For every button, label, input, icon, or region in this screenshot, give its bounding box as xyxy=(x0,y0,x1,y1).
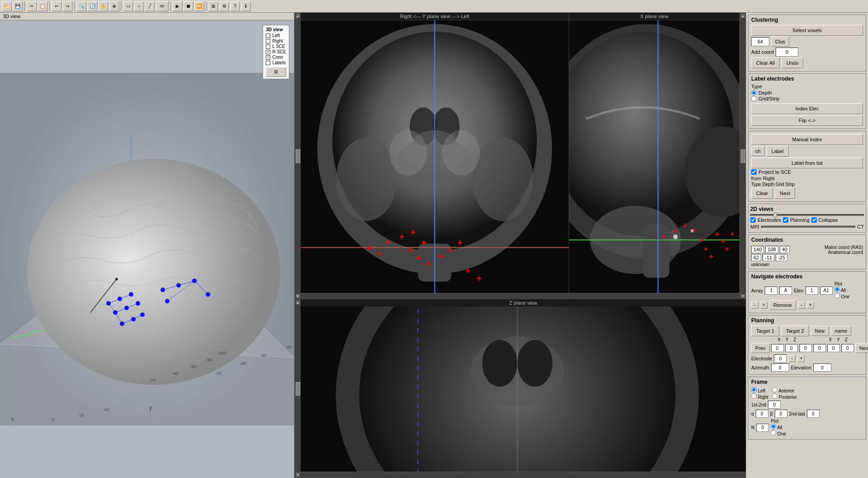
redo-button[interactable]: ↪ xyxy=(62,1,72,11)
cut-button[interactable]: ✂ xyxy=(27,1,37,11)
y-plane-scroll-left[interactable]: ▲ ▼ xyxy=(294,13,301,299)
legend-labels-checkbox[interactable] xyxy=(266,61,270,65)
grid-button[interactable]: ⊞ xyxy=(208,1,218,11)
project-sce-checkbox[interactable] xyxy=(751,169,757,175)
save-button[interactable]: 💾 xyxy=(13,1,23,11)
scroll-up-arrow[interactable]: ▲ xyxy=(296,14,300,18)
t1-z-input[interactable] xyxy=(799,344,812,352)
mri-slider[interactable] xyxy=(761,226,855,228)
stop-button[interactable]: ⏹ xyxy=(183,1,193,11)
circle-button[interactable]: ○ xyxy=(134,1,144,11)
electrode-val-input[interactable] xyxy=(774,354,786,363)
legend-lsce-checkbox[interactable] xyxy=(266,44,270,49)
cursor-button[interactable]: ⊕ xyxy=(109,1,119,11)
legend-r-button[interactable]: R xyxy=(266,67,286,77)
undo-button[interactable]: ↩ xyxy=(52,1,62,11)
elec-name-input[interactable] xyxy=(820,287,833,295)
left-radio[interactable] xyxy=(751,387,757,392)
line-button[interactable]: ╱ xyxy=(145,1,155,11)
target2-button[interactable]: Target 2 xyxy=(781,325,809,336)
scroll-thumb[interactable] xyxy=(296,149,300,163)
nav-minus-button[interactable]: - xyxy=(751,301,758,309)
depth-radio[interactable] xyxy=(751,90,757,96)
beta-input[interactable] xyxy=(775,410,787,418)
legend-right-checkbox[interactable] xyxy=(266,39,270,43)
nav-plus2-button[interactable]: + xyxy=(807,301,814,309)
legend-conn-checkbox[interactable] xyxy=(266,55,270,60)
settings-button[interactable]: ⚙ xyxy=(219,1,229,11)
posterior-radio[interactable] xyxy=(772,393,777,399)
play-button[interactable]: ▶ xyxy=(173,1,182,11)
box-button[interactable]: ▭ xyxy=(123,1,133,11)
scroll-down-arrow[interactable]: ▼ xyxy=(296,294,300,298)
slider-thumb[interactable] xyxy=(773,213,777,217)
x-plane-scroll-bottom[interactable] xyxy=(569,293,739,299)
name-button[interactable]: name xyxy=(831,326,852,336)
t2-y-input[interactable] xyxy=(827,344,840,352)
x-plane-image[interactable]: + + + + + + + + + + + xyxy=(569,20,739,293)
flip-button[interactable]: Flip <-> xyxy=(751,115,863,126)
undo-button[interactable]: Undo xyxy=(782,57,803,68)
frame-all-radio[interactable] xyxy=(771,424,776,429)
clear-all-button[interactable]: Clear All xyxy=(751,57,780,68)
z-plane-scroll-bottom[interactable] xyxy=(301,472,746,478)
t1-y-input[interactable] xyxy=(785,344,798,352)
azimuth-input[interactable] xyxy=(771,363,789,372)
next-button[interactable]: Next xyxy=(775,188,795,199)
right-radio[interactable] xyxy=(751,393,757,399)
add-coord-input[interactable] xyxy=(776,48,798,57)
3d-btn[interactable]: 3D xyxy=(156,1,168,11)
zoom-button[interactable]: 🔍 xyxy=(77,1,86,11)
y-plane-scroll-bottom[interactable] xyxy=(301,293,569,299)
manual-index-button[interactable]: Manual Index xyxy=(751,134,863,145)
info-button[interactable]: ℹ xyxy=(241,1,251,11)
z-plane-image[interactable]: + + + + + + + + + xyxy=(301,306,746,472)
target1-button[interactable]: Target 1 xyxy=(751,325,779,336)
array-number-input[interactable] xyxy=(765,287,777,295)
frame-one-radio[interactable] xyxy=(771,430,776,435)
one-radio[interactable] xyxy=(834,293,840,298)
elevation-input[interactable] xyxy=(813,363,831,372)
new-button[interactable]: New xyxy=(811,326,829,336)
grid-strip-radio[interactable] xyxy=(751,96,757,101)
nav-plus-button[interactable]: + xyxy=(760,301,767,309)
clear-button[interactable]: Clear xyxy=(751,188,773,199)
forward-button[interactable]: ⏩ xyxy=(194,1,204,11)
nav-minus2-button[interactable]: - xyxy=(798,301,805,309)
label-from-list-button[interactable]: Label from list xyxy=(751,158,863,168)
collapse-checkbox[interactable] xyxy=(811,217,817,223)
y-plane-image[interactable]: + + + + + + + + + + + + + xyxy=(301,20,569,293)
first-second-input[interactable] xyxy=(768,401,781,409)
2d-slider[interactable] xyxy=(750,214,864,216)
scroll-thumb[interactable] xyxy=(741,149,745,163)
t2-z-input[interactable] xyxy=(841,344,854,352)
elec-minus-btn[interactable]: - xyxy=(788,355,796,362)
copy-button[interactable]: 📋 xyxy=(38,1,48,11)
second-last-input[interactable] xyxy=(807,410,820,418)
scroll-up[interactable]: ▲ xyxy=(741,14,745,18)
array-letter-input[interactable] xyxy=(779,287,792,295)
prev-button[interactable]: Prev xyxy=(751,343,770,353)
all-radio[interactable] xyxy=(834,287,840,292)
pan-button[interactable]: ✋ xyxy=(98,1,108,11)
z-plane-scroll-left[interactable]: ▲ ▼ xyxy=(294,299,301,478)
3d-view-canvas[interactable]: x 0 20 40 y -20 -40 -60 60 -20 -40 -60 -… xyxy=(0,20,294,478)
select-voxels-button[interactable]: Select voxels xyxy=(751,25,863,36)
cluster-value-input[interactable] xyxy=(751,37,769,46)
legend-rsce-checkbox[interactable] xyxy=(266,50,270,54)
planning-checkbox[interactable] xyxy=(783,217,788,223)
electrodes-checkbox[interactable] xyxy=(750,217,756,223)
t1-x-input[interactable] xyxy=(771,344,784,352)
index-elec-button[interactable]: Index Elec xyxy=(751,103,863,114)
elec-plus-btn[interactable]: + xyxy=(797,355,805,362)
x-plane-scroll-right[interactable]: ▲ ▼ xyxy=(739,13,746,299)
open-button[interactable]: 📂 xyxy=(2,1,12,11)
next-plan-button[interactable]: Next xyxy=(855,343,868,353)
elec-number-input[interactable] xyxy=(806,287,818,295)
legend-left-checkbox[interactable] xyxy=(266,33,270,38)
anterior-radio[interactable] xyxy=(772,387,777,392)
scroll-down[interactable]: ▼ xyxy=(741,294,745,298)
remove-button[interactable]: Remove xyxy=(769,300,796,310)
help-button[interactable]: ? xyxy=(230,1,240,11)
label-button[interactable]: Label xyxy=(767,146,789,157)
